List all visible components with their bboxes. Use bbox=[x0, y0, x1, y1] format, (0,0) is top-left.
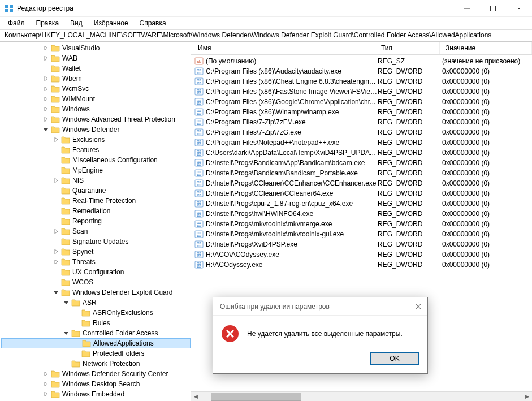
dialog-close-button[interactable] bbox=[413, 301, 424, 312]
column-header-value[interactable]: Значение bbox=[440, 42, 532, 54]
scroll-thumb[interactable] bbox=[211, 393, 301, 401]
list-row[interactable]: 011110D:\Instell\Progs\cpu-z_1.87-rog-en… bbox=[191, 199, 532, 209]
column-header-type[interactable]: Тип bbox=[375, 42, 440, 54]
tree-node-label: Exclusions bbox=[72, 136, 105, 144]
tree-node[interactable]: AllowedApplications bbox=[1, 338, 191, 348]
tree-node[interactable]: ASROnlyExclusions bbox=[1, 308, 191, 318]
tree-node[interactable]: WAB bbox=[1, 53, 191, 63]
tree-node[interactable]: Windows Defender bbox=[1, 124, 191, 135]
tree-node[interactable]: MpEngine bbox=[1, 165, 191, 175]
tree-node[interactable]: Real-Time Protection bbox=[1, 196, 191, 206]
list-row[interactable]: 011110D:\Instell\Progs\XviD4PSP.exeREG_D… bbox=[191, 239, 532, 249]
chevron-right-icon[interactable] bbox=[52, 176, 60, 184]
minimize-button[interactable] bbox=[454, 0, 480, 17]
tree-node[interactable]: Windows bbox=[1, 104, 191, 114]
close-button[interactable] bbox=[506, 0, 532, 17]
tree-node[interactable]: Windows Defender Security Center bbox=[1, 369, 191, 379]
list-row[interactable]: 011110C:\Program Files (x86)\Winamp\wina… bbox=[191, 107, 532, 117]
tree-node[interactable]: Threats bbox=[1, 257, 191, 267]
menu-file[interactable]: Файл bbox=[3, 18, 29, 28]
tree-node[interactable]: Miscellaneous Configuration bbox=[1, 155, 191, 165]
tree-node[interactable]: VisualStudio bbox=[1, 43, 191, 53]
tree-node[interactable]: WIMMount bbox=[1, 94, 191, 104]
scroll-right-arrow-icon[interactable]: ▶ bbox=[522, 392, 532, 402]
tree-node[interactable]: Rules bbox=[1, 318, 191, 328]
tree-node[interactable]: Windows Desktop Search bbox=[1, 379, 191, 389]
horizontal-scrollbar[interactable]: ◀ ▶ bbox=[191, 391, 532, 401]
tree-node[interactable]: Windows Defender Exploit Guard bbox=[1, 287, 191, 297]
scroll-left-arrow-icon[interactable]: ◀ bbox=[191, 392, 201, 402]
tree-node[interactable]: Controlled Folder Access bbox=[1, 328, 191, 338]
expander-blank bbox=[72, 319, 80, 327]
list-row[interactable]: 011110C:\Users\darki\AppData\Local\Temp\… bbox=[191, 148, 532, 158]
chevron-right-icon[interactable] bbox=[52, 227, 60, 235]
tree-node[interactable]: Remediation bbox=[1, 206, 191, 216]
chevron-right-icon[interactable] bbox=[42, 85, 50, 93]
list-row[interactable]: 011110C:\Program Files (x86)\Google\Chro… bbox=[191, 97, 532, 107]
list-row[interactable]: 011110D:\Instell\Progs\mkvtoolnix\mkvmer… bbox=[191, 219, 532, 229]
list-row[interactable]: ab(По умолчанию)REG_SZ(значение не присв… bbox=[191, 56, 532, 66]
list-row[interactable]: 011110C:\Program Files (x86)\Audacity\au… bbox=[191, 66, 532, 76]
list-row[interactable]: 011110C:\Program Files\7-Zip\7zFM.exeREG… bbox=[191, 117, 532, 127]
svg-text:110: 110 bbox=[197, 163, 202, 166]
list-row[interactable]: 011110D:\Instell\Progs\CCleaner\CCleaner… bbox=[191, 188, 532, 199]
list-row[interactable]: 011110C:\Program Files\Notepad++\notepad… bbox=[191, 137, 532, 148]
tree-node[interactable]: Reporting bbox=[1, 216, 191, 226]
tree-node[interactable]: Windows Advanced Threat Protection bbox=[1, 114, 191, 124]
tree-node[interactable]: Exclusions bbox=[1, 135, 191, 145]
maximize-button[interactable] bbox=[480, 0, 506, 17]
tree-node[interactable]: Network Protection bbox=[1, 359, 191, 369]
tree-node[interactable]: Scan bbox=[1, 226, 191, 236]
chevron-right-icon[interactable] bbox=[42, 44, 50, 52]
list-row[interactable]: 011110D:\Instell\Progs\Bandicam\Bandicam… bbox=[191, 168, 532, 178]
chevron-right-icon[interactable] bbox=[42, 370, 50, 378]
binary-value-icon: 011110 bbox=[194, 169, 204, 178]
menu-favorites[interactable]: Избранное bbox=[89, 18, 133, 28]
list-row[interactable]: 011110D:\Instell\Progs\CCleaner\CCEnhanc… bbox=[191, 178, 532, 188]
cell-name: D:\Instell\Progs\cpu-z_1.87-rog-en\cpuz_… bbox=[206, 200, 378, 208]
chevron-right-icon[interactable] bbox=[42, 105, 50, 113]
chevron-right-icon[interactable] bbox=[42, 54, 50, 62]
menu-edit[interactable]: Правка bbox=[32, 18, 64, 28]
list-row[interactable]: 011110C:\Program Files\7-Zip\7zG.exeREG_… bbox=[191, 127, 532, 137]
chevron-down-icon[interactable] bbox=[42, 126, 50, 133]
chevron-down-icon[interactable] bbox=[52, 288, 60, 296]
tree-node[interactable]: UX Configuration bbox=[1, 267, 191, 277]
list-row[interactable]: 011110C:\Program Files (x86)\FastStone I… bbox=[191, 87, 532, 97]
tree-node[interactable]: Wbem bbox=[1, 74, 191, 84]
tree-node[interactable]: NIS bbox=[1, 175, 191, 186]
tree-node[interactable]: ProtectedFolders bbox=[1, 348, 191, 359]
tree-node[interactable]: Signature Updates bbox=[1, 236, 191, 247]
menu-view[interactable]: Вид bbox=[66, 18, 87, 28]
tree-node[interactable]: Spynet bbox=[1, 247, 191, 257]
tree-node[interactable]: Quarantine bbox=[1, 186, 191, 196]
dialog-ok-button[interactable]: OK bbox=[370, 352, 419, 365]
list-row[interactable]: 011110D:\Instell\Progs\Bandicam\App\Band… bbox=[191, 158, 532, 168]
binary-value-icon: 011110 bbox=[194, 138, 204, 147]
chevron-right-icon[interactable] bbox=[42, 115, 50, 123]
tree-pane[interactable]: VisualStudioWABWalletWbemWcmSvcWIMMountW… bbox=[0, 42, 191, 401]
column-header-name[interactable]: Имя bbox=[192, 42, 375, 54]
tree-node[interactable]: Features bbox=[1, 145, 191, 155]
list-row[interactable]: 011110H:\ACOdyssey.exeREG_DWORD0x0000000… bbox=[191, 260, 532, 270]
menu-help[interactable]: Справка bbox=[135, 18, 171, 28]
chevron-right-icon[interactable] bbox=[52, 248, 60, 256]
chevron-right-icon[interactable] bbox=[52, 258, 60, 266]
chevron-right-icon[interactable] bbox=[42, 390, 50, 398]
chevron-down-icon[interactable] bbox=[62, 329, 70, 337]
list-row[interactable]: 011110C:\Program Files (x86)\Cheat Engin… bbox=[191, 76, 532, 87]
list-row[interactable]: 011110D:\Instell\Progs\hwi\HWiNFO64.exeR… bbox=[191, 209, 532, 219]
chevron-right-icon[interactable] bbox=[42, 75, 50, 83]
chevron-right-icon[interactable] bbox=[42, 95, 50, 103]
list-row[interactable]: 011110H:\ACO\ACOdyssey.exeREG_DWORD0x000… bbox=[191, 249, 532, 260]
address-bar[interactable]: Компьютер\HKEY_LOCAL_MACHINE\SOFTWARE\Mi… bbox=[0, 29, 532, 42]
tree-node[interactable]: ASR bbox=[1, 297, 191, 308]
chevron-down-icon[interactable] bbox=[62, 299, 70, 307]
tree-node[interactable]: WCOS bbox=[1, 277, 191, 287]
list-row[interactable]: 011110D:\Instell\Progs\mkvtoolnix\mkvtoo… bbox=[191, 229, 532, 239]
tree-node[interactable]: WcmSvc bbox=[1, 84, 191, 94]
chevron-right-icon[interactable] bbox=[42, 380, 50, 388]
tree-node[interactable]: Wallet bbox=[1, 63, 191, 74]
chevron-right-icon[interactable] bbox=[52, 136, 60, 144]
tree-node[interactable]: Windows Embedded bbox=[1, 389, 191, 399]
